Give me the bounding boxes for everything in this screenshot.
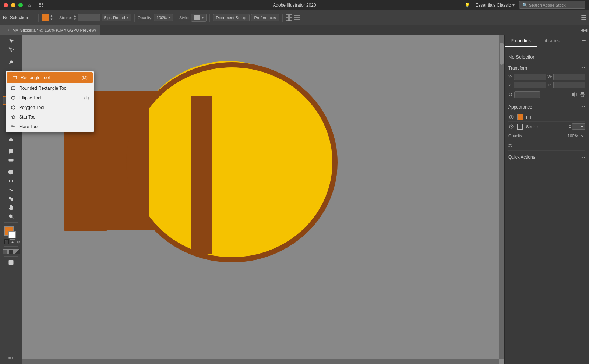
flip-h-icon[interactable] [571,92,577,98]
maximize-window-btn[interactable] [18,3,23,7]
artwork-canvas [52,54,353,282]
ellipse-icon [10,95,16,101]
ruler-tool-btn[interactable] [3,156,20,164]
svg-rect-5 [289,15,292,17]
no-selection-label: No Selection [3,15,32,20]
document-tab[interactable]: × My_Sticker.ai* @ 150% (CMYK/GPU Previe… [0,25,100,35]
stroke-visibility-icon[interactable] [508,124,514,130]
dropdown-arrow: ▾ [127,15,129,20]
w-label: W: [548,75,552,79]
rotate-tool-btn[interactable] [3,168,20,176]
stroke-stepper-btns[interactable]: ▲ ▼ [569,124,571,129]
flip-v-icon[interactable] [579,92,585,98]
dropdown-item-star[interactable]: Star Tool [6,112,94,122]
x-input[interactable] [514,74,546,80]
none-btn[interactable]: ⊘ [16,239,21,244]
transform-actions: ⋯ [580,64,585,70]
opacity-select[interactable]: 100% ▾ [154,14,173,21]
gradient-btn[interactable]: ◈ [10,239,15,244]
preferences-button[interactable]: Preferences [251,14,279,21]
stroke-label[interactable]: Stroke [526,124,566,129]
y-field-row: Y: [508,82,546,88]
panel-menu-btn[interactable]: ☰ [579,35,589,47]
pen-tool-btn[interactable] [3,58,20,66]
panel-content: No Selection Transform ⋯ X: W: [505,47,589,364]
hand-tool-btn[interactable] [3,204,20,212]
stroke-stepper[interactable]: ▲ ▼ [74,14,77,21]
quick-actions-more-btn[interactable]: ⋯ [580,154,585,160]
h-input[interactable] [553,82,586,88]
direct-selection-tool-btn[interactable] [3,46,20,54]
quick-actions-header: Quick Actions ⋯ [508,154,585,160]
align-icon[interactable] [294,14,300,21]
w-input[interactable] [553,74,586,80]
canvas-area[interactable] [22,35,504,364]
tab-libraries[interactable]: Libraries [537,35,565,47]
tab-properties[interactable]: Properties [505,35,537,47]
opacity-value: 100% [568,134,578,138]
more-options-icon[interactable]: ☰ [581,14,586,21]
edit-artboard-btn[interactable] [3,258,20,266]
shape-builder-btn[interactable] [3,195,20,203]
scissors-tool-btn[interactable] [3,135,20,143]
background-color[interactable] [8,231,16,238]
fill-visibility-icon[interactable] [508,114,514,120]
y-input[interactable] [514,82,546,88]
presentation-btn[interactable] [14,249,20,254]
window-icon[interactable]: ⌂ [26,2,33,8]
tab-title: My_Sticker.ai* @ 150% (CMYK/GPU Preview) [13,28,96,32]
dropdown-item-flare[interactable]: Flare Tool [6,122,94,131]
warp-tool-btn[interactable] [3,186,20,194]
fill-color-swatch[interactable] [42,14,49,21]
svg-rect-2 [39,6,41,7]
stroke-type-select[interactable]: — - - [572,123,585,130]
stroke-style-select[interactable]: 5 pt. Round ▾ [102,14,131,21]
fill-swatch[interactable] [517,114,523,120]
normal-screen-btn[interactable] [3,249,8,254]
dropdown-item-ellipse[interactable]: Ellipse Tool (L) [6,93,94,103]
style-label: Style: [179,15,190,20]
fill-label[interactable]: Fill [526,115,585,119]
rotation-input[interactable] [514,91,540,98]
appearance-more-btn[interactable]: ⋯ [580,103,585,109]
style-select[interactable]: ▾ [191,14,207,22]
minimize-window-btn[interactable] [11,3,15,7]
zoom-tool-btn[interactable] [3,212,20,220]
fullscreen-btn[interactable] [8,249,14,254]
star-label: Star Tool [19,114,86,120]
h-field-row: H: [548,82,586,88]
svg-point-14 [9,139,11,141]
svg-line-46 [12,125,13,126]
scrollbar-thumb[interactable] [500,43,504,65]
dropdown-item-rectangle[interactable]: Rectangle Tool (M) [7,72,93,83]
svg-rect-36 [13,76,17,79]
svg-marker-40 [11,115,15,119]
dropdown-item-polygon[interactable]: Polygon Tool [6,103,94,112]
arrange-icon[interactable] [286,14,292,21]
opacity-expand-btn[interactable] [579,133,585,139]
vertical-scrollbar[interactable] [499,35,504,359]
selection-tool-btn[interactable] [3,37,20,45]
fill-control[interactable]: ▲ ▼ [42,14,53,21]
svg-line-16 [10,138,11,139]
panel-collapse-btn[interactable]: ◀◀ [579,25,589,35]
close-window-btn[interactable] [4,3,8,7]
layout-toggle[interactable] [36,2,46,8]
essentials-btn[interactable]: Essentials Classic ▾ [475,3,515,8]
fill-options[interactable]: ▲ ▼ [50,14,53,21]
svg-rect-56 [572,93,574,96]
lightbulb-icon[interactable]: 💡 [463,2,471,8]
stroke-swatch[interactable] [517,124,523,130]
fx-btn[interactable]: fx [508,142,512,148]
artboard-tool-btn[interactable] [3,147,20,155]
horizontal-scrollbar[interactable] [22,359,499,364]
svg-marker-39 [11,106,15,109]
fill-mode-btn[interactable]: ⬛ [4,239,9,244]
transform-more-btn[interactable]: ⋯ [580,64,585,70]
doc-setup-button[interactable]: Document Setup [213,14,250,21]
tab-close-btn[interactable]: × [6,28,11,33]
mirror-tool-btn[interactable] [3,177,20,185]
search-stock-input[interactable]: 🔍 Search Adobe Stock [519,1,585,9]
more-tools[interactable]: ••• [8,355,14,363]
dropdown-item-rounded-rect[interactable]: Rounded Rectangle Tool [6,84,94,93]
